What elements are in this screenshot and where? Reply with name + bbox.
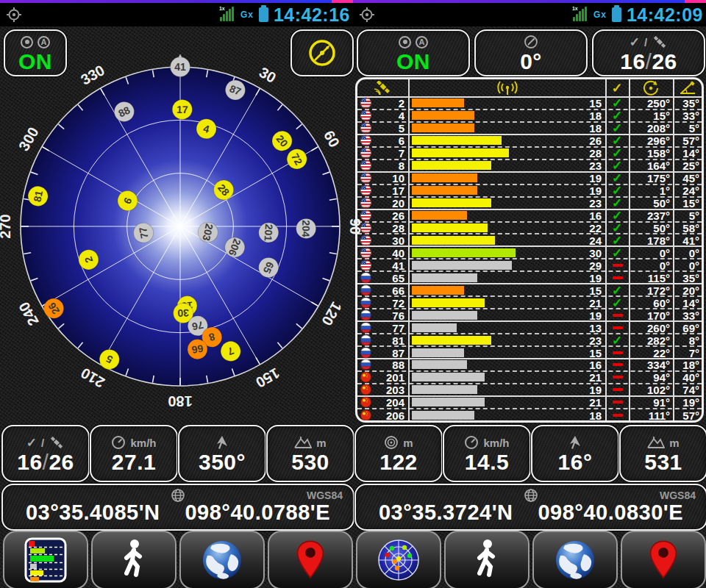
elevation-value: 33°: [673, 110, 699, 122]
satellite-table[interactable]: ✓ 215✓250°35°418✓15°33°518✓208°5°626✓296…: [355, 77, 704, 423]
nav-location-button-left[interactable]: [268, 531, 353, 588]
snr-bar: [412, 211, 467, 220]
clock-time: 14:42:16: [274, 4, 350, 26]
snr-value: 21: [534, 296, 602, 309]
azimuth-value: 164°: [630, 159, 670, 172]
elevation-value: 57°: [673, 409, 699, 422]
svg-text:60: 60: [321, 128, 343, 150]
speedometer-icon: [464, 435, 479, 450]
satellite-icon: [49, 437, 65, 448]
location-pin-icon: [647, 539, 680, 581]
heading-button[interactable]: 0°: [474, 29, 588, 76]
svg-text:210: 210: [78, 365, 107, 391]
svg-text:150: 150: [253, 365, 282, 391]
signal-bars-icon: 1x: [572, 7, 588, 23]
walking-person-icon: [116, 538, 151, 582]
altitude-box: m 531: [619, 425, 706, 482]
nav-map-button-right[interactable]: [532, 531, 618, 588]
network-type-label: Gx: [240, 10, 254, 20]
snr-bar: [412, 111, 474, 120]
gps-toggle-button-right[interactable]: A ON: [357, 29, 470, 76]
signal-column-icon: [495, 81, 520, 96]
snr-bar: [412, 198, 491, 207]
nav-map-button-left[interactable]: [179, 531, 265, 588]
ring-label: 60: [321, 128, 343, 150]
altitude-box: m 530: [266, 425, 354, 482]
satellite-prn: 10: [368, 172, 404, 184]
check-icon: ✓: [26, 435, 37, 451]
azimuth-value: 158°: [630, 147, 670, 159]
compass-icon: [306, 37, 338, 69]
nav-walk-button-right[interactable]: [444, 531, 530, 588]
walking-person-icon: [469, 538, 504, 582]
snr-value: 23: [534, 197, 602, 209]
signal-bars-icon: 1x: [219, 7, 235, 23]
location-crosshair-icon: [6, 7, 22, 23]
snr-bar: [412, 373, 485, 381]
elevation-value: 33°: [673, 309, 699, 321]
svg-text:330: 330: [78, 62, 107, 88]
accuracy-box: m 122: [354, 425, 443, 482]
nav-location-button-right[interactable]: [621, 531, 706, 588]
snr-bar: [412, 411, 474, 420]
compass-mode-button[interactable]: [290, 29, 354, 76]
elevation-value: 7°: [673, 346, 699, 359]
snr-bar: [412, 186, 477, 195]
battery-icon: [259, 7, 268, 22]
check-icon: ✓: [630, 35, 640, 50]
snr-value: 16: [534, 209, 602, 222]
unused-dash-icon: [613, 314, 623, 317]
used-check-icon: ✓: [605, 245, 629, 260]
nav-skyview-button[interactable]: [356, 531, 441, 588]
snr-value: 19: [534, 271, 602, 284]
longitude-value: 098°40.0788'E: [185, 501, 330, 525]
elevation-value: 0°: [673, 259, 699, 271]
nav-walk-button-left[interactable]: [91, 531, 176, 588]
azimuth-value: 94°: [630, 371, 670, 384]
accuracy-icon: [384, 435, 399, 450]
gps-on-label: ON: [18, 51, 52, 73]
nav-signal-list-button[interactable]: [3, 531, 88, 588]
unused-dash-icon: [613, 414, 623, 417]
azimuth-value: 102°: [630, 384, 670, 396]
satellite-ball: 204: [296, 218, 315, 238]
battery-icon: [612, 7, 621, 22]
azimuth-column-icon: [643, 80, 659, 96]
azimuth-value: 260°: [630, 321, 670, 334]
azimuth-value: 0°: [630, 259, 670, 271]
coordinates-box-left: WGS84 03°35.4085'N 098°40.0788'E: [1, 484, 354, 531]
ring-label: 30: [257, 64, 279, 86]
elevation-value: 18°: [673, 359, 699, 371]
satellite-sky-plot[interactable]: 3060901201501802102402703003304187881742…: [0, 26, 353, 398]
azimuth-value: 1°: [630, 184, 670, 197]
datum-label: WGS84: [307, 490, 343, 501]
unused-dash-icon: [613, 401, 623, 404]
svg-text:77: 77: [137, 226, 150, 240]
azimuth-value: 15°: [630, 110, 670, 122]
location-crosshair-icon: [359, 7, 375, 23]
svg-text:66: 66: [190, 343, 204, 356]
direction-arrow-icon: [215, 435, 229, 450]
azimuth-value: 0°: [630, 246, 670, 259]
snr-value: 23: [534, 159, 602, 172]
unused-dash-icon: [613, 276, 623, 279]
satellite-prn: 201: [368, 371, 404, 384]
statusbar-right: 1x Gx 14:42:09: [353, 3, 706, 26]
gps-toggle-button[interactable]: A ON: [4, 29, 67, 76]
altitude-mountain-icon: [647, 436, 665, 449]
coordinates-box-right: WGS84 03°35.3724'N 098°40.0830'E: [354, 484, 706, 531]
fix-count-button[interactable]: ✓/ 16/26: [592, 29, 705, 76]
globe-icon: [524, 488, 538, 503]
azimuth-value: 170°: [630, 309, 670, 321]
snr-value: 19: [534, 309, 602, 321]
satellite-prn: 87: [368, 346, 404, 359]
azimuth-value: 178°: [630, 234, 670, 246]
snr-value: 18: [534, 110, 602, 122]
svg-text:270: 270: [0, 214, 13, 238]
satellite-prn: 204: [368, 396, 404, 409]
snr-bar: [412, 273, 477, 282]
gps-on-label: ON: [396, 51, 430, 73]
azimuth-value: 60°: [630, 296, 670, 309]
elevation-value: 35°: [673, 271, 699, 284]
column-divider: [605, 79, 607, 420]
